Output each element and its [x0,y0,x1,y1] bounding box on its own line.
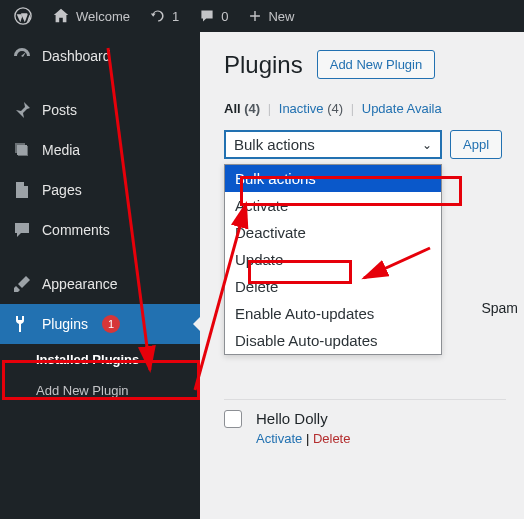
plugin-activate-link[interactable]: Activate [256,431,302,446]
bulk-option-delete[interactable]: Delete [225,273,441,300]
sidebar-item-appearance[interactable]: Appearance [0,264,200,304]
menu-label: Posts [42,102,77,118]
filter-inactive[interactable]: Inactive (4) [279,101,343,116]
plus-icon [248,9,262,23]
new-content[interactable]: New [240,9,302,24]
bulk-actions-dropdown: Bulk actions Activate Deactivate Update … [224,164,442,355]
home-icon [52,7,70,25]
plugin-delete-link[interactable]: Delete [313,431,351,446]
comments-link[interactable]: 0 [191,8,236,24]
sidebar-item-plugins[interactable]: Plugins 1 [0,304,200,344]
sidebar-item-dashboard[interactable]: Dashboard [0,36,200,76]
plugin-icon [12,314,32,334]
comments-count: 0 [221,9,228,24]
filter-all[interactable]: All (4) [224,101,260,116]
dashboard-icon [12,46,32,66]
chevron-down-icon: ⌄ [422,138,432,152]
sidebar-item-media[interactable]: Media [0,130,200,170]
wp-logo[interactable] [6,7,40,25]
content-area: Plugins Add New Plugin All (4) | Inactiv… [200,32,524,519]
filter-update-available[interactable]: Update Availa [362,101,442,116]
admin-bar: Welcome 1 0 New [0,0,524,32]
updates-count: 1 [172,9,179,24]
brush-icon [12,274,32,294]
filter-links: All (4) | Inactive (4) | Update Availa [224,101,506,116]
comment-icon [12,220,32,240]
welcome-label: Welcome [76,9,130,24]
menu-label: Appearance [42,276,118,292]
menu-label: Pages [42,182,82,198]
plugin-checkbox[interactable] [224,410,242,428]
updates-link[interactable]: 1 [142,8,187,24]
menu-label: Dashboard [42,48,111,64]
comment-icon [199,8,215,24]
submenu-installed-plugins[interactable]: Installed Plugins [0,344,200,375]
plugin-name: Hello Dolly [256,410,350,427]
menu-label: Media [42,142,80,158]
menu-label: Comments [42,222,110,238]
add-new-plugin-button[interactable]: Add New Plugin [317,50,436,79]
page-title: Plugins [224,51,303,79]
pin-icon [12,100,32,120]
sidebar-item-pages[interactable]: Pages [0,170,200,210]
bulk-option-enable-auto[interactable]: Enable Auto-updates [225,300,441,327]
media-icon [12,140,32,160]
wordpress-icon [14,7,32,25]
spam-label: Spam [481,300,518,316]
bulk-option-bulk-actions[interactable]: Bulk actions [225,165,441,192]
update-badge: 1 [102,315,120,333]
bulk-option-disable-auto[interactable]: Disable Auto-updates [225,327,441,354]
bulk-selected: Bulk actions [234,136,315,153]
new-label: New [268,9,294,24]
page-icon [12,180,32,200]
bulk-option-deactivate[interactable]: Deactivate [225,219,441,246]
bulk-option-activate[interactable]: Activate [225,192,441,219]
admin-sidebar: Dashboard Posts Media Pages Comments App… [0,32,200,519]
bulk-option-update[interactable]: Update [225,246,441,273]
submenu-add-new-plugin[interactable]: Add New Plugin [0,375,200,406]
site-home[interactable]: Welcome [44,7,138,25]
plugins-submenu: Installed Plugins Add New Plugin [0,344,200,406]
bulk-actions-select[interactable]: Bulk actions ⌄ [224,130,442,159]
sidebar-item-comments[interactable]: Comments [0,210,200,250]
sidebar-item-posts[interactable]: Posts [0,90,200,130]
apply-button[interactable]: Appl [450,130,502,159]
refresh-icon [150,8,166,24]
plugin-row: Hello Dolly Activate | Delete [224,399,506,456]
menu-label: Plugins [42,316,88,332]
